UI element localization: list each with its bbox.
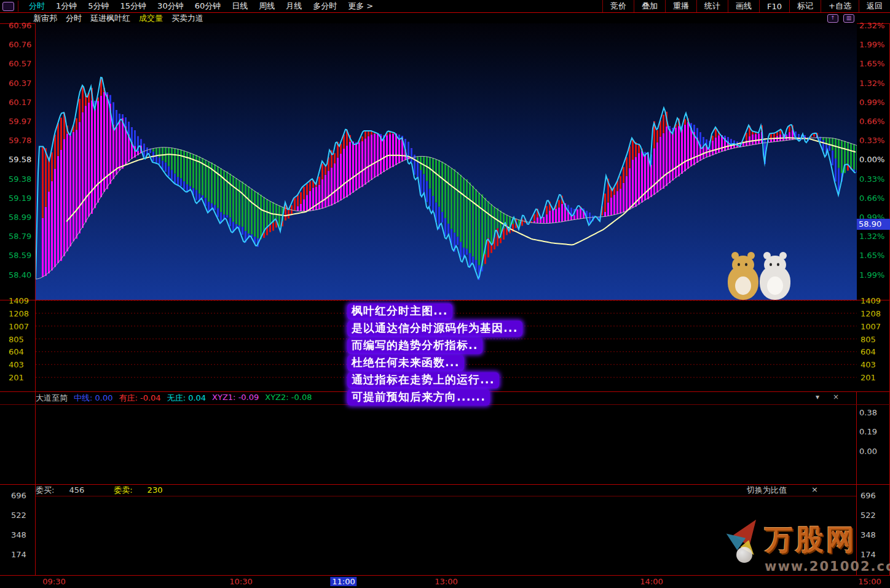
overlay-line-0: 枫叶红分时主图... [347, 304, 452, 319]
oscillator-axis-label: 0.19 [859, 427, 877, 436]
percent-axis-label: 1.99% [859, 40, 884, 49]
force-axis-label: 348 [11, 530, 26, 539]
volume-axis-label: 201 [860, 373, 876, 382]
app-window-icon[interactable] [2, 2, 14, 11]
menu-tool-8[interactable]: 返回 [859, 0, 890, 12]
price-axis-label: 59.78 [9, 136, 31, 145]
menu-tool-7[interactable]: +自选 [821, 0, 859, 12]
overlay-line-2: 而编写的趋势分析指标.. [347, 338, 482, 354]
percent-axis-label: 0.33% [859, 136, 884, 145]
oscillator-value-2: 无庄: 0.04 [167, 393, 206, 404]
volume-axis-label: 1409 [860, 296, 881, 305]
tab-4[interactable]: 买卖力道 [171, 13, 203, 24]
overlay-line-1: 是以通达信分时源码作为基因... [347, 321, 522, 337]
percent-axis-label: 0.66% [859, 117, 884, 126]
price-axis-label: 60.57 [9, 59, 31, 68]
percent-axis-label: 0.00% [859, 155, 884, 164]
overlay-line-3: 杜绝任何未来函数... [347, 355, 464, 371]
tab-0[interactable]: 新宙邦 [33, 13, 57, 24]
keyboard-panel-icon[interactable]: ▥ [843, 14, 854, 23]
volume-axis-label: 1208 [9, 309, 29, 318]
plush-toys-image [727, 254, 794, 300]
volume-axis-label: 604 [860, 347, 876, 356]
percent-axis-label: 1.65% [859, 251, 884, 260]
menu-item-10[interactable]: 更多 > [342, 1, 379, 12]
bid-ask-header: 委买:456 委卖:230 切换为比值 × [36, 485, 856, 495]
ask-label: 委卖:230 [114, 485, 177, 496]
volume-axis-label: 1007 [9, 322, 29, 331]
force-axis-label: 522 [11, 511, 26, 520]
chart-tabs: 新宙邦分时廷进枫叶红成交量买卖力道 [33, 13, 212, 24]
menu-tool-5[interactable]: F10 [759, 0, 789, 12]
volume-axis-label: 403 [9, 360, 24, 369]
oscillator-value-1: 有庄: -0.04 [119, 393, 160, 404]
menu-item-9[interactable]: 多分时 [307, 1, 342, 12]
volume-axis-label: 1409 [9, 296, 29, 305]
percent-axis-label: 1.99% [859, 270, 884, 280]
circle-up-arrow-icon[interactable]: ↑ [827, 14, 838, 23]
overlay-line-5: 可提前预知后来方向...... [347, 390, 490, 406]
volume-axis-label: 805 [860, 335, 876, 344]
menu-item-2[interactable]: 5分钟 [82, 1, 114, 12]
chevron-down-icon[interactable]: ▾ [816, 393, 819, 401]
volume-axis-label: 604 [9, 347, 24, 356]
menu-tool-1[interactable]: 叠加 [634, 0, 665, 12]
force-axis-label: 696 [11, 491, 26, 500]
menu-item-1[interactable]: 1分钟 [50, 1, 82, 12]
overlay-line-4: 通过指标在走势上的运行... [347, 372, 499, 388]
last-price-badge: 58.90 [857, 219, 890, 230]
oscillator-chart[interactable] [36, 405, 857, 484]
plush-toy-right [760, 265, 790, 300]
menu-tool-0[interactable]: 竞价 [602, 0, 634, 12]
menu-tool-2[interactable]: 重播 [665, 0, 696, 12]
tab-2[interactable]: 廷进枫叶红 [90, 13, 130, 24]
tab-1[interactable]: 分时 [66, 13, 82, 24]
force-axis-label: 348 [860, 530, 876, 539]
tab-bar-icons: ↑ ▥ [827, 14, 854, 23]
menu-item-0[interactable]: 分时 [23, 1, 50, 12]
menu-item-4[interactable]: 30分钟 [152, 1, 189, 12]
price-axis-label: 58.40 [9, 270, 31, 280]
price-axis-label: 59.97 [9, 117, 31, 126]
force-axis-label: 174 [860, 550, 876, 559]
volume-axis-label: 805 [9, 335, 24, 344]
plush-toy-left [728, 265, 758, 300]
percent-axis-label: 0.66% [859, 194, 884, 203]
menu-item-7[interactable]: 周线 [253, 1, 280, 12]
time-label-10:30: 10:30 [229, 577, 252, 586]
toggle-ratio-button[interactable]: 切换为比值 [747, 485, 787, 496]
period-menu: 分时1分钟5分钟15分钟30分钟60分钟日线周线月线多分时更多 > [18, 1, 379, 12]
time-label-14:00: 14:00 [640, 577, 663, 586]
price-axis-label: 59.58 [9, 155, 31, 164]
tab-3[interactable]: 成交量 [139, 13, 163, 24]
volume-axis-label: 201 [9, 373, 24, 382]
volume-axis-label: 1007 [860, 322, 881, 331]
menu-item-6[interactable]: 日线 [226, 1, 253, 12]
percent-axis-label: 0.33% [859, 174, 884, 184]
oscillator-title: 大道至简 [36, 393, 68, 404]
percent-axis-label: 0.99% [859, 98, 884, 107]
oscillator-value-3: XYZ1: -0.09 [212, 393, 259, 404]
price-axis-label: 59.19 [9, 194, 31, 203]
menu-item-8[interactable]: 月线 [280, 1, 307, 12]
menu-tool-4[interactable]: 画线 [728, 0, 759, 12]
indicator-description-overlay: 枫叶红分时主图...是以通达信分时源码作为基因...而编写的趋势分析指标..杜绝… [347, 304, 522, 407]
menu-item-5[interactable]: 60分钟 [189, 1, 227, 12]
close-icon[interactable]: × [833, 393, 839, 401]
price-axis-label: 58.99 [9, 213, 31, 222]
oscillator-axis-label: 0.38 [859, 408, 877, 417]
force-axis-label: 522 [860, 511, 876, 520]
oscillator-value-0: 中线: 0.00 [74, 393, 112, 404]
tools-menu: 竞价叠加重播统计画线F10标记+自选返回 [602, 0, 890, 12]
time-label-15:00: 15:00 [858, 577, 881, 586]
menu-tool-3[interactable]: 统计 [696, 0, 728, 12]
close-icon[interactable]: × [811, 485, 818, 496]
oscillator-value-4: XYZ2: -0.08 [265, 393, 312, 404]
top-menu-bar: 分时1分钟5分钟15分钟30分钟60分钟日线周线月线多分时更多 > 竞价叠加重播… [0, 0, 890, 13]
bid-ask-force-chart[interactable] [36, 496, 857, 575]
price-axis-label: 58.59 [9, 251, 31, 260]
time-label-11:00: 11:00 [330, 577, 356, 586]
menu-tool-6[interactable]: 标记 [789, 0, 821, 12]
force-axis-label: 696 [860, 491, 876, 500]
menu-item-3[interactable]: 15分钟 [115, 1, 152, 12]
